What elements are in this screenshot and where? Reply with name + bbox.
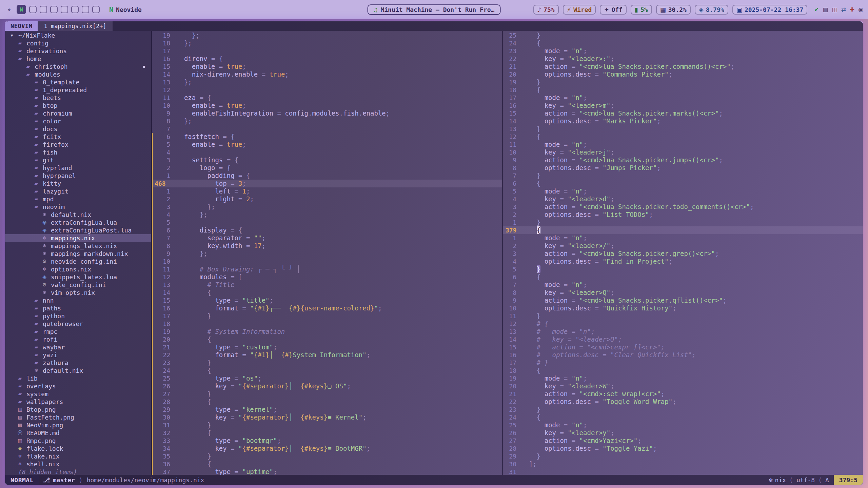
tree-item-color[interactable]: ▰color — [5, 117, 151, 125]
code-line[interactable]: 33 type = "bootmgr"; — [152, 437, 502, 445]
code-line[interactable]: 31 — [503, 468, 863, 475]
tree-item-1_deprecated[interactable]: ▰1_deprecated — [5, 86, 151, 94]
code-line[interactable]: 20 key = "<leader>W"; — [503, 382, 863, 390]
code-line[interactable]: 19 mode = "n"; — [503, 374, 863, 382]
tree-item-flake.nix[interactable]: ❄flake.nix — [5, 452, 151, 460]
tree-item-firefox[interactable]: ▰firefox — [5, 141, 151, 148]
tree-item-hyprland[interactable]: ▰hyprland — [5, 164, 151, 172]
code-line[interactable]: 17 # } — [503, 359, 863, 367]
code-line[interactable]: 4 }; — [152, 211, 502, 219]
tree-item-beets[interactable]: ▰beets — [5, 94, 151, 102]
tree-item-shell.nix[interactable]: ❄shell.nix — [5, 460, 151, 468]
tree-item-FastFetch.png[interactable]: ▨FastFetch.png — [5, 413, 151, 421]
code-line[interactable]: 10 options.desc = "Quickfix History"; — [503, 304, 863, 312]
module-volume[interactable]: ♪75% — [533, 5, 559, 15]
code-line[interactable]: 13 }; — [152, 78, 502, 86]
notification-bell[interactable]: ◉ — [858, 6, 863, 13]
code-line[interactable]: 18 { — [503, 86, 863, 94]
tree-item-mappings.nix[interactable]: ❄mappings.nix — [5, 234, 151, 242]
code-line[interactable]: 9 }; — [152, 250, 502, 258]
code-line[interactable]: 30 key = "{#separator}│ {#keys}≡ Kernel"… — [152, 413, 502, 421]
code-line[interactable]: 19 # System Information — [152, 328, 502, 336]
code-line[interactable]: 26 key = "<leader>y"; — [503, 429, 863, 437]
code-line[interactable]: 24 { — [503, 39, 863, 47]
code-line[interactable]: 7 — [152, 125, 502, 133]
tree-item-0_template[interactable]: ▰0_template — [5, 78, 151, 86]
code-line[interactable]: 15 enable = true; — [152, 63, 502, 70]
module-network[interactable]: ⚡Wired — [563, 5, 596, 15]
code-line[interactable]: 32 { — [152, 429, 502, 437]
tree-item-Btop.png[interactable]: ▨Btop.png — [5, 406, 151, 413]
tab-mappings-nix[interactable]: 1 mappings.nix[2+] — [38, 21, 112, 31]
code-line[interactable]: 35 } — [152, 452, 502, 460]
tree-item-christoph[interactable]: ▰christoph● — [5, 63, 151, 70]
tree-item-nnn[interactable]: ▰nnn — [5, 297, 151, 304]
code-line[interactable]: 26 key = "{#separator}│ {#keys}▢ OS"; — [152, 382, 502, 390]
module-memory[interactable]: ▦30.2% — [656, 5, 691, 15]
code-line[interactable]: 9 action = "<cmd>lua Snacks.picker.jumps… — [503, 156, 863, 164]
code-line[interactable]: 9 action = "<cmd>lua Snacks.picker.qflis… — [503, 297, 863, 304]
tree-item-NeoVim.png[interactable]: ▨NeoVim.png — [5, 421, 151, 429]
tree-item-fish[interactable]: ▰fish — [5, 148, 151, 156]
tree-item-vim_opts.nix[interactable]: ❄vim_opts.nix — [5, 289, 151, 297]
code-line[interactable]: 5 mode = "n"; — [503, 187, 863, 195]
music-widget[interactable]: ♫ Minuit Machine – Don't Run Fro… — [368, 4, 501, 15]
tree-item-modules[interactable]: ▰modules — [5, 70, 151, 78]
tree-item-wallpapers[interactable]: ▰wallpapers — [5, 398, 151, 406]
code-line[interactable]: 37 type = "uptime"; — [152, 468, 502, 475]
code-line[interactable]: 22 options.desc = "Toggle Word Wrap"; — [503, 398, 863, 406]
code-line[interactable]: 27 } — [152, 390, 502, 398]
code-line[interactable]: 2 logo = { — [152, 164, 502, 172]
code-line[interactable]: 11 # Box Drawing: ┌ ─ ┐ └ ┘ │ — [152, 265, 502, 273]
code-line[interactable]: 6 { — [503, 180, 863, 187]
tree-item-lazygit[interactable]: ▰lazygit — [5, 187, 151, 195]
tree-item-system[interactable]: ▰system — [5, 390, 151, 398]
code-line[interactable]: 8 options.desc = "Jumps Picker"; — [503, 164, 863, 172]
code-line[interactable]: 16 format = "{#1}┌── {#}{user-name-color… — [152, 304, 502, 312]
workspace-4[interactable] — [50, 6, 58, 13]
tree-item-overlays[interactable]: ▰overlays — [5, 382, 151, 390]
code-line[interactable]: 21 action = "<cmd>lua Snacks.picker.comm… — [503, 63, 863, 70]
code-line[interactable]: 14 { — [152, 289, 502, 297]
code-line[interactable]: 6 fastfetch = { — [152, 133, 502, 141]
code-line[interactable]: 1 mode = "n"; — [503, 234, 863, 242]
code-line[interactable]: 24 { — [503, 413, 863, 421]
tree-item-python[interactable]: ▰python — [5, 312, 151, 320]
code-pane-right[interactable]: 25 }24 {23 mode = "n";22 key = "<leader>… — [502, 31, 863, 475]
code-line[interactable]: 20 options.desc = "Commands Picker"; — [503, 70, 863, 78]
code-line[interactable]: 11 mode = "n"; — [503, 141, 863, 148]
code-line[interactable]: 10 enable = true; — [152, 102, 502, 109]
code-line[interactable]: 21 action = "<cmd>:set wrap!<cr>"; — [503, 390, 863, 398]
tree-item-git[interactable]: ▰git — [5, 156, 151, 164]
tree-item-mappings_latex.nix[interactable]: ❄mappings_latex.nix — [5, 242, 151, 250]
code-line[interactable]: 22 key = "<leader>:"; — [503, 55, 863, 63]
tree-item-zathura[interactable]: ▰zathura — [5, 359, 151, 367]
code-line[interactable]: 30 ]; — [503, 460, 863, 468]
tree-item-mpd[interactable]: ▰mpd — [5, 195, 151, 203]
tree-item-default.nix[interactable]: ❄default.nix — [5, 211, 151, 219]
code-line[interactable]: 9 enableFishIntegration = config.modules… — [152, 109, 502, 117]
code-line[interactable]: 12 { — [503, 133, 863, 141]
tree-item-config[interactable]: ▰config — [5, 39, 151, 47]
code-line[interactable]: 23 } — [503, 406, 863, 413]
tree-item-extraConfigLua.lua[interactable]: ◉extraConfigLua.lua — [5, 219, 151, 226]
code-line[interactable]: 5 — [152, 219, 502, 226]
tree-item-yazi[interactable]: ▰yazi — [5, 351, 151, 359]
code-line[interactable]: 18 { — [503, 367, 863, 374]
code-line[interactable]: 10 key = "<leader>j"; — [503, 148, 863, 156]
code-line[interactable]: 2 key = "<leader>/"; — [503, 242, 863, 250]
tree-item-vale_config.ini[interactable]: ⚙vale_config.ini — [5, 281, 151, 289]
code-line[interactable]: 16 direnv = { — [152, 55, 502, 63]
neovide-app-badge[interactable]: N Neovide — [109, 5, 142, 14]
code-line[interactable]: 19 }; — [152, 32, 502, 39]
code-line[interactable]: 25 } — [503, 32, 863, 39]
tree-item-kitty[interactable]: ▰kitty — [5, 180, 151, 187]
code-line[interactable]: 6 display = { — [152, 226, 502, 234]
code-line[interactable]: 7 separator = ""; — [152, 234, 502, 242]
code-line[interactable]: 28 { — [152, 398, 502, 406]
code-pane-left[interactable]: 19 };18 };1716 direnv = {15 enable = tru… — [152, 31, 502, 475]
code-line[interactable]: 21 type = "custom"; — [152, 343, 502, 351]
code-line[interactable]: 1 padding = { — [152, 172, 502, 180]
tree-item-paths[interactable]: ▰paths — [5, 304, 151, 312]
workspace-6[interactable] — [71, 6, 79, 13]
